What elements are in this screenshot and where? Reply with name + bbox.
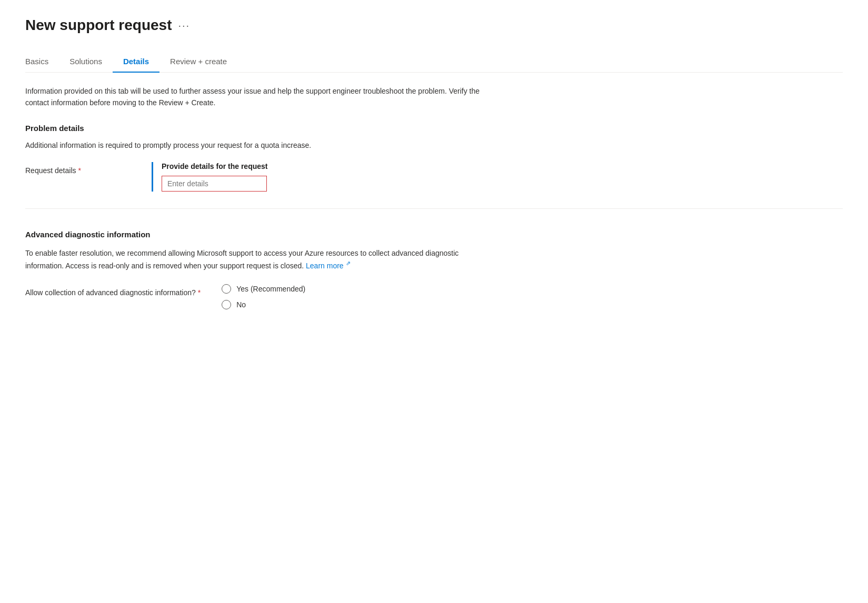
- diagnostic-radio-group: Yes (Recommended) No: [222, 284, 305, 309]
- request-details-row: Request details* Provide details for the…: [25, 162, 843, 192]
- section-divider: [25, 208, 843, 209]
- advanced-diagnostic-description: To enable faster resolution, we recommen…: [25, 247, 499, 272]
- tab-basics[interactable]: Basics: [25, 51, 59, 72]
- learn-more-link[interactable]: Learn more ⇗: [306, 262, 350, 270]
- page-title: New support request: [25, 17, 172, 34]
- advanced-diagnostic-heading: Advanced diagnostic information: [25, 230, 843, 239]
- request-details-label: Request details*: [25, 162, 131, 175]
- external-link-icon: ⇗: [346, 260, 351, 266]
- page-title-row: New support request ···: [25, 17, 843, 34]
- radio-yes[interactable]: Yes (Recommended): [222, 284, 305, 294]
- problem-details-section: Problem details Additional information i…: [25, 124, 843, 192]
- enter-details-input[interactable]: [162, 176, 267, 192]
- request-details-panel-title: Provide details for the request: [162, 162, 843, 170]
- required-star: *: [78, 166, 81, 175]
- allow-collection-label: Allow collection of advanced diagnostic …: [25, 284, 201, 297]
- advanced-diagnostic-section: Advanced diagnostic information To enabl…: [25, 230, 843, 309]
- radio-no-circle: [222, 300, 231, 309]
- radio-yes-circle: [222, 284, 231, 294]
- tab-review-create[interactable]: Review + create: [159, 51, 237, 72]
- problem-details-description: Additional information is required to pr…: [25, 141, 843, 149]
- tab-solutions[interactable]: Solutions: [59, 51, 113, 72]
- tab-description: Information provided on this tab will be…: [25, 85, 499, 109]
- tab-details[interactable]: Details: [113, 51, 159, 72]
- more-options-button[interactable]: ···: [178, 19, 190, 32]
- allow-collection-row: Allow collection of advanced diagnostic …: [25, 284, 843, 309]
- problem-details-heading: Problem details: [25, 124, 843, 133]
- allow-required-star: *: [198, 288, 201, 297]
- radio-no[interactable]: No: [222, 300, 305, 309]
- request-details-panel: Provide details for the request: [152, 162, 843, 192]
- tab-nav: Basics Solutions Details Review + create: [25, 51, 843, 73]
